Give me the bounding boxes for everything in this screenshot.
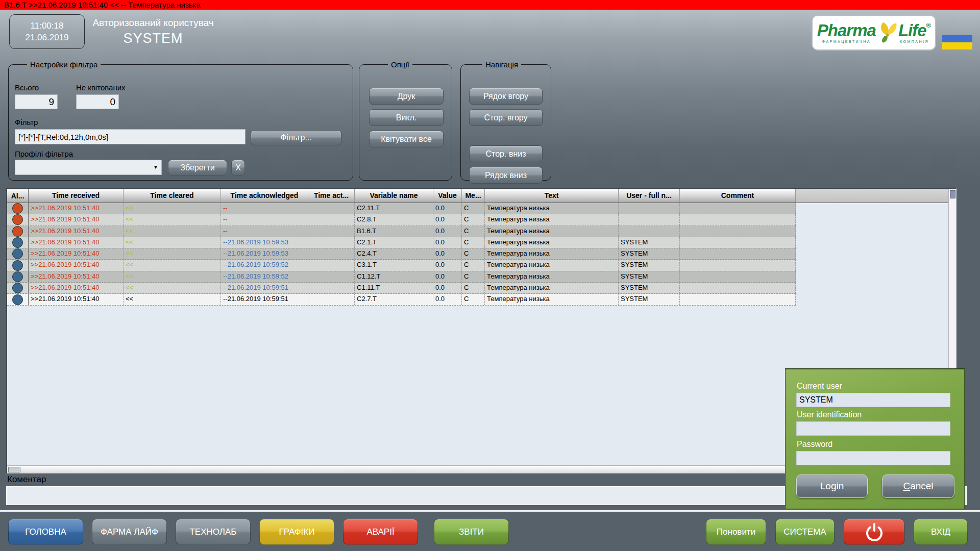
cell-acked: --21.06.2019 10:59:52 <box>221 260 308 270</box>
toolbar-button-фарма-лайф[interactable]: ФАРМА ЛАЙФ <box>92 519 167 545</box>
toolbar-button-поновити[interactable]: Поновити <box>706 519 766 545</box>
cell-text: Температура низька <box>485 260 619 270</box>
toolbar-button-вхід[interactable]: ВХІД <box>914 519 968 545</box>
toolbar-button-головна[interactable]: ГОЛОВНА <box>8 519 83 545</box>
cell-text: Температура низька <box>485 237 619 248</box>
column-header-filler <box>796 189 956 203</box>
cell-variable: C1.12.T <box>355 271 433 282</box>
cell-me: C <box>462 248 485 259</box>
column-header-acked[interactable]: Time acknowledged <box>221 189 308 203</box>
comment-label: Коментар <box>7 474 46 485</box>
cell-comment <box>680 237 796 248</box>
column-header-me[interactable]: Me... <box>462 189 485 203</box>
cell-cleared: << <box>124 237 221 248</box>
cell-received: >>21.06.2019 10:51:40 <box>29 203 124 214</box>
cell-received: >>21.06.2019 10:51:40 <box>29 237 124 248</box>
row-down-button[interactable]: Рядок вниз <box>469 167 543 184</box>
pharma-life-logo: Pharma ФАРМАЦЕВТИЧНА Life® КОМПАНІЯ <box>812 15 936 51</box>
cell-received: >>21.06.2019 10:51:40 <box>29 248 124 259</box>
column-header-user[interactable]: User - full n... <box>619 189 680 203</box>
alarm-status-text: B1.6.T >>21.06.2019 10:51:40 << -- Темпе… <box>4 1 201 9</box>
cell-user: SYSTEM <box>619 294 680 305</box>
column-header-variable[interactable]: Variable name <box>355 189 433 203</box>
alarm-indicator-blue <box>12 237 23 248</box>
password-input[interactable] <box>796 451 950 465</box>
alarm-indicator-blue <box>12 294 23 305</box>
authorized-user-label: Авторизований користувач <box>77 17 230 29</box>
toolbar-button-графіки[interactable]: ГРАФІКИ <box>259 519 334 545</box>
print-button[interactable]: Друк <box>369 88 444 105</box>
cell-comment <box>680 283 796 293</box>
cell-acked: --21.06.2019 10:59:51 <box>221 294 308 305</box>
table-row[interactable]: >>21.06.2019 10:51:40<<--C2.8.T0.0CТемпе… <box>7 214 796 226</box>
table-row[interactable]: >>21.06.2019 10:51:40<<--C2.11.T0.0CТемп… <box>7 203 796 214</box>
column-header-ind[interactable]: Al... <box>7 189 29 203</box>
cell-received: >>21.06.2019 10:51:40 <box>29 260 124 270</box>
cell-text: Температура низька <box>485 226 619 237</box>
table-row[interactable]: >>21.06.2019 10:51:40<<--21.06.2019 10:5… <box>7 271 796 283</box>
filter-label: Фільтр <box>15 118 38 127</box>
table-row[interactable]: >>21.06.2019 10:51:40<<--21.06.2019 10:5… <box>7 248 796 260</box>
cell-text: Температура низька <box>485 248 619 259</box>
delete-profile-button[interactable]: X <box>231 160 245 176</box>
chevron-down-icon[interactable]: ▼ <box>153 164 158 170</box>
cell-ind <box>7 203 29 214</box>
filter-expression-input[interactable] <box>15 129 246 144</box>
cell-value: 0.0 <box>433 203 462 214</box>
toolbar-button-звіти[interactable]: ЗВІТИ <box>434 519 509 545</box>
clock-date: 21.06.2019 <box>10 33 84 43</box>
cell-act <box>308 226 355 237</box>
cell-ind <box>7 283 29 293</box>
save-profile-button[interactable]: Зберегти <box>168 160 227 176</box>
table-row[interactable]: >>21.06.2019 10:51:40<<--B1.6.T0.0CТемпе… <box>7 226 796 237</box>
filter-dialog-button[interactable]: Фільтр... <box>251 130 341 145</box>
options-group: Опції Друк Викл. Квітувати все <box>359 60 452 181</box>
column-header-received[interactable]: Time received <box>29 189 124 203</box>
table-row[interactable]: >>21.06.2019 10:51:40<<--21.06.2019 10:5… <box>7 260 796 271</box>
row-up-button[interactable]: Рядок вгору <box>469 88 543 105</box>
toolbar-separator <box>0 510 980 512</box>
vertical-scrollbar-thumb[interactable] <box>950 190 955 198</box>
column-header-comment[interactable]: Comment <box>680 189 796 203</box>
cell-comment <box>680 294 796 305</box>
cell-act <box>308 283 355 293</box>
toolbar-button-технолаб[interactable]: ТЕХНОЛАБ <box>176 519 251 545</box>
column-header-value[interactable]: Value <box>433 189 462 203</box>
alarm-indicator-blue <box>12 283 23 293</box>
horizontal-scrollbar-thumb[interactable] <box>8 467 20 472</box>
page-down-button[interactable]: Стор. вниз <box>469 145 543 162</box>
cell-comment <box>680 203 796 214</box>
table-row[interactable]: >>21.06.2019 10:51:40<<--21.06.2019 10:5… <box>7 294 796 305</box>
cell-variable: C2.4.T <box>355 248 433 259</box>
column-header-act[interactable]: Time act... <box>308 189 355 203</box>
table-row[interactable]: >>21.06.2019 10:51:40<<--21.06.2019 10:5… <box>7 237 796 248</box>
cell-user: SYSTEM <box>619 237 680 248</box>
logo-word-pharma: Pharma <box>817 22 876 39</box>
clock-time: 11:00:18 <box>10 21 84 31</box>
page-up-button[interactable]: Стор. вгору <box>469 109 543 126</box>
unacknowledged-label: Не квітованих <box>76 83 126 92</box>
toolbar-button-power[interactable] <box>844 519 904 545</box>
column-header-text[interactable]: Text <box>485 189 619 203</box>
cell-me: C <box>462 271 485 282</box>
cell-me: C <box>462 294 485 305</box>
cell-value: 0.0 <box>433 283 462 293</box>
alarm-table-header: Al...Time receivedTime clearedTime ackno… <box>7 189 956 203</box>
cell-user <box>619 214 680 225</box>
cell-acked: --21.06.2019 10:59:51 <box>221 283 308 293</box>
login-button[interactable]: Login <box>796 474 868 498</box>
toolbar-button-аварії[interactable]: АВАРІЇ <box>343 519 418 545</box>
alarm-status-line: B1.6.T >>21.06.2019 10:51:40 << -- Темпе… <box>0 0 980 10</box>
cancel-button[interactable]: Cancel <box>882 474 954 498</box>
toolbar-button-система[interactable]: СИСТЕМА <box>775 519 835 545</box>
column-header-cleared[interactable]: Time cleared <box>124 189 221 203</box>
filter-profiles-combobox[interactable]: ▼ <box>15 160 162 175</box>
cell-received: >>21.06.2019 10:51:40 <box>29 283 124 293</box>
user-identification-input[interactable] <box>796 421 950 436</box>
cell-user: SYSTEM <box>619 283 680 293</box>
off-button[interactable]: Викл. <box>369 109 444 126</box>
acknowledge-all-button[interactable]: Квітувати все <box>369 131 444 147</box>
cell-acked: --21.06.2019 10:59:53 <box>221 248 308 259</box>
cell-act <box>308 203 355 214</box>
table-row[interactable]: >>21.06.2019 10:51:40<<--21.06.2019 10:5… <box>7 283 796 294</box>
